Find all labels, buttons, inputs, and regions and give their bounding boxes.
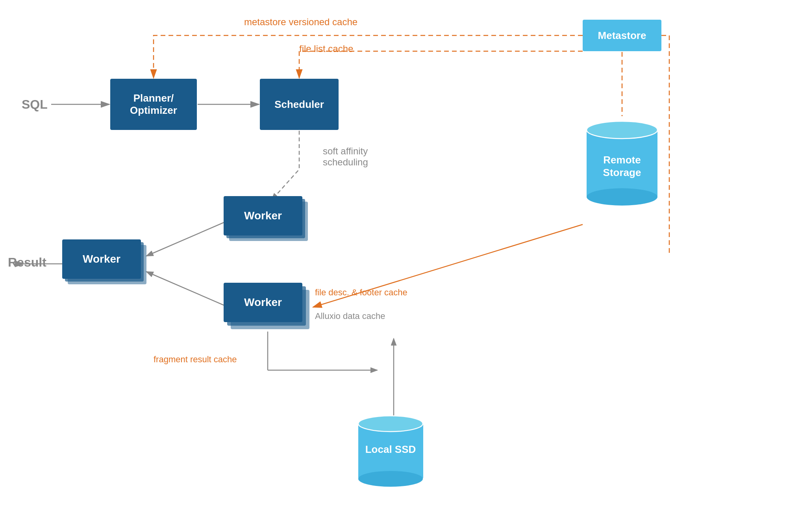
worker-mid-bot-stack: Worker (224, 283, 312, 334)
metastore-box: Metastore (583, 20, 661, 51)
soft-affinity-label: soft affinityscheduling (323, 146, 368, 168)
worker-left-stack: Worker (62, 239, 151, 285)
svg-text:Remote: Remote (603, 154, 641, 166)
file-desc-cache-label: file desc. & footer cache (315, 287, 407, 298)
diagram-container: SQL Result Planner/ Optimizer Scheduler … (0, 0, 787, 532)
local-ssd-cylinder: Local SSD (354, 410, 427, 490)
worker-mid-top-stack: Worker (224, 196, 312, 241)
svg-point-18 (587, 188, 657, 206)
svg-text:Local SSD: Local SSD (365, 443, 416, 455)
svg-text:Storage: Storage (603, 167, 641, 178)
file-list-cache-label: file list cache (299, 43, 353, 54)
svg-line-11 (146, 272, 228, 307)
svg-point-24 (358, 471, 423, 487)
fragment-cache-label: fragment result cache (154, 354, 237, 365)
remote-storage-cylinder: Remote Storage (583, 114, 661, 210)
svg-line-10 (146, 221, 228, 256)
sql-label: SQL (22, 97, 48, 112)
result-label: Result (8, 255, 46, 270)
alluxio-cache-label: Alluxio data cache (315, 311, 385, 321)
scheduler-box: Scheduler (260, 79, 339, 130)
planner-optimizer-box: Planner/ Optimizer (110, 79, 197, 130)
metastore-cache-label: metastore versioned cache (244, 17, 357, 28)
